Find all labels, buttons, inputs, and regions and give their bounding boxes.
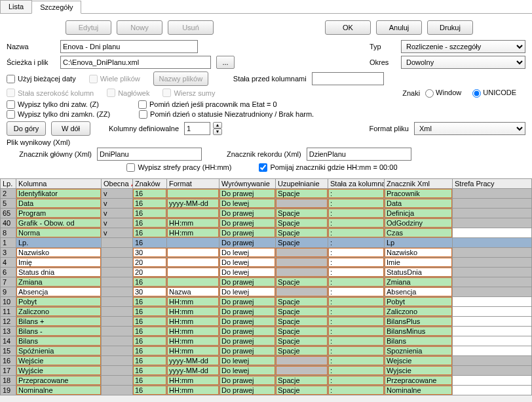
- table-cell[interactable]: [453, 375, 532, 385]
- table-cell[interactable]: [453, 257, 532, 267]
- file-format-select[interactable]: Xml: [414, 122, 525, 135]
- ok-button[interactable]: OK: [325, 20, 371, 35]
- table-cell[interactable]: :: [328, 267, 385, 277]
- period-select[interactable]: Dowolny: [401, 56, 525, 69]
- table-cell[interactable]: 16: [133, 218, 167, 228]
- table-cell[interactable]: [102, 277, 133, 287]
- table-cell[interactable]: 20: [133, 257, 167, 267]
- table-cell[interactable]: HH:mm: [167, 336, 219, 346]
- table-cell[interactable]: [167, 277, 219, 287]
- col-stala-za-header[interactable]: Stała za kolumną: [328, 178, 385, 188]
- table-cell[interactable]: Bilans +: [16, 316, 102, 326]
- name-input[interactable]: [60, 40, 198, 53]
- record-tag-input[interactable]: [307, 148, 411, 161]
- table-cell[interactable]: Bilans: [385, 336, 453, 346]
- table-cell[interactable]: 30: [133, 287, 167, 296]
- table-cell[interactable]: :: [328, 346, 385, 355]
- table-cell[interactable]: Nazwa: [167, 287, 219, 296]
- table-cell[interactable]: [453, 247, 532, 257]
- table-cell[interactable]: [453, 326, 532, 336]
- table-cell[interactable]: [102, 287, 133, 296]
- table-cell[interactable]: [453, 287, 532, 296]
- table-cell[interactable]: Do prawej: [219, 316, 276, 326]
- col-kolumna-header[interactable]: Kolumna: [16, 178, 102, 188]
- table-cell[interactable]: Bilans -: [16, 326, 102, 336]
- table-cell[interactable]: [276, 267, 328, 277]
- table-cell[interactable]: 6: [1, 267, 16, 277]
- table-cell[interactable]: Do lewej: [219, 355, 276, 365]
- table-row[interactable]: 6Status dnia20Do lewej:StatusDnia: [1, 267, 532, 277]
- skip-zero-checkbox[interactable]: [259, 163, 267, 172]
- table-cell[interactable]: [276, 365, 328, 375]
- table-row[interactable]: 7Zmiana16Do prawejSpacje:Zmiana: [1, 277, 532, 287]
- table-cell[interactable]: :: [328, 218, 385, 228]
- table-cell[interactable]: [102, 346, 133, 355]
- table-cell[interactable]: v: [102, 218, 133, 228]
- table-cell[interactable]: Spacje: [276, 306, 328, 316]
- table-cell[interactable]: [453, 198, 532, 208]
- table-cell[interactable]: :: [328, 287, 385, 296]
- cancel-button[interactable]: Anuluj: [376, 20, 422, 35]
- table-cell[interactable]: Spacje: [276, 296, 328, 306]
- table-cell[interactable]: Imię: [16, 257, 102, 267]
- table-cell[interactable]: :: [328, 188, 385, 198]
- table-cell[interactable]: Do prawej: [219, 228, 276, 237]
- table-cell[interactable]: Status dnia: [16, 267, 102, 277]
- table-cell[interactable]: Do prawej: [219, 385, 276, 395]
- table-cell[interactable]: Do lewej: [219, 257, 276, 267]
- table-cell[interactable]: HH:mm: [167, 375, 219, 385]
- table-cell[interactable]: Do lewej: [219, 365, 276, 375]
- delete-button[interactable]: Usuń: [168, 20, 214, 35]
- table-cell[interactable]: [276, 247, 328, 257]
- table-cell[interactable]: v: [102, 198, 133, 208]
- table-cell[interactable]: [102, 237, 133, 247]
- table-cell[interactable]: 16: [133, 375, 167, 385]
- table-cell[interactable]: 10: [1, 296, 16, 306]
- table-cell[interactable]: 16: [133, 296, 167, 306]
- table-cell[interactable]: :: [328, 365, 385, 375]
- table-cell[interactable]: Pobyt: [385, 296, 453, 306]
- col-obecna-header[interactable]: Obecna: [102, 178, 133, 188]
- table-cell[interactable]: Absencja: [16, 287, 102, 296]
- table-cell[interactable]: HH:mm: [167, 326, 219, 336]
- table-cell[interactable]: Wyjście: [16, 365, 102, 375]
- table-cell[interactable]: 19: [1, 385, 16, 395]
- table-row[interactable]: 12Bilans +16HH:mmDo prawejSpacje:BilansP…: [1, 316, 532, 326]
- path-input[interactable]: [60, 56, 211, 69]
- table-cell[interactable]: :: [328, 296, 385, 306]
- table-cell[interactable]: Imie: [385, 257, 453, 267]
- table-cell[interactable]: 1: [1, 237, 16, 247]
- table-row[interactable]: 4Imię20Do lewej:Imie: [1, 257, 532, 267]
- table-cell[interactable]: 15: [1, 346, 16, 355]
- only-closed-checkbox[interactable]: [7, 110, 15, 119]
- col-uzupelnianie-header[interactable]: Uzupełnianie: [276, 178, 328, 188]
- table-cell[interactable]: [102, 336, 133, 346]
- col-znacznik-xml-header[interactable]: Znacznik Xml: [385, 178, 453, 188]
- table-cell[interactable]: Spacje: [276, 208, 328, 218]
- table-cell[interactable]: Data: [16, 198, 102, 208]
- table-cell[interactable]: [102, 316, 133, 326]
- table-cell[interactable]: [102, 267, 133, 277]
- table-cell[interactable]: [453, 346, 532, 355]
- table-cell[interactable]: [102, 296, 133, 306]
- table-cell[interactable]: Do lewej: [219, 267, 276, 277]
- table-cell[interactable]: [167, 237, 219, 247]
- table-cell[interactable]: Wejście: [16, 355, 102, 365]
- table-cell[interactable]: Spacje: [276, 375, 328, 385]
- filenames-button[interactable]: Nazwy plików: [153, 71, 208, 86]
- table-cell[interactable]: Spacje: [276, 326, 328, 336]
- spin-up-icon[interactable]: ▲: [213, 122, 222, 129]
- table-cell[interactable]: [453, 385, 532, 395]
- table-cell[interactable]: :: [328, 316, 385, 326]
- table-cell[interactable]: 16: [133, 208, 167, 218]
- table-cell[interactable]: Lp.: [16, 237, 102, 247]
- main-tag-input[interactable]: [97, 148, 202, 161]
- table-cell[interactable]: [453, 237, 532, 247]
- table-cell[interactable]: 16: [133, 188, 167, 198]
- table-cell[interactable]: [102, 355, 133, 365]
- table-cell[interactable]: Nazwisko: [16, 247, 102, 257]
- table-cell[interactable]: [167, 267, 219, 277]
- table-cell[interactable]: [102, 326, 133, 336]
- table-cell[interactable]: [453, 228, 532, 237]
- table-cell[interactable]: 65: [1, 208, 16, 218]
